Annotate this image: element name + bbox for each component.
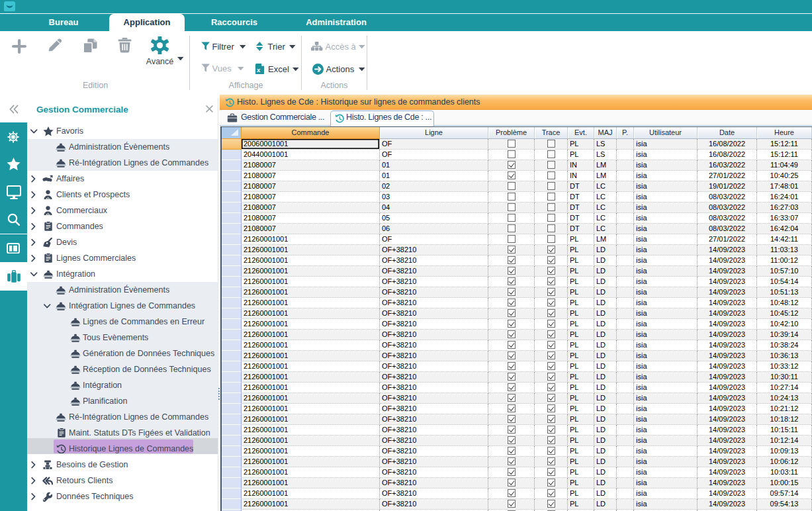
- svg-text:x: x: [257, 66, 261, 73]
